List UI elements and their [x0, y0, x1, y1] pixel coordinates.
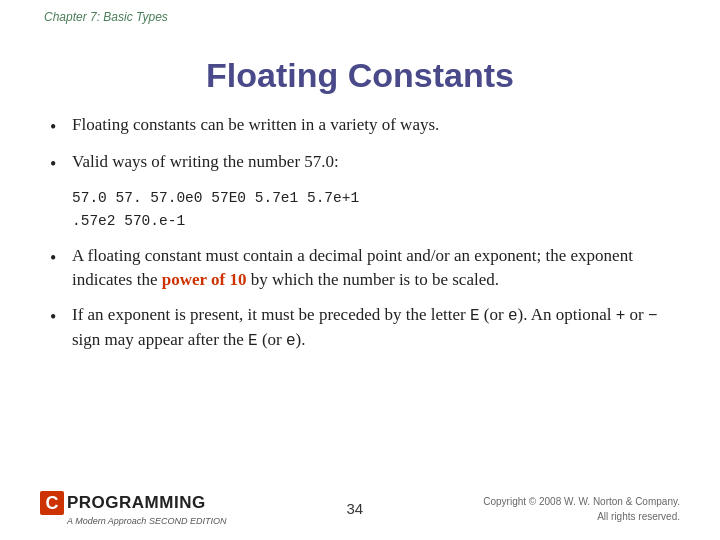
logo-subtitle: A Modern Approach SECOND EDITION: [67, 516, 226, 526]
code-E2: E: [248, 332, 258, 350]
footer: C PROGRAMMING A Modern Approach SECOND E…: [0, 491, 720, 526]
bullet-item-1: • Floating constants can be written in a…: [50, 113, 670, 140]
logo-top: C PROGRAMMING: [40, 491, 206, 515]
code-e2: e: [286, 332, 296, 350]
page-number: 34: [335, 500, 375, 517]
bullet-dot-2: •: [50, 150, 72, 177]
code-plus: +: [616, 307, 626, 325]
bullet-text-1: Floating constants can be written in a v…: [72, 113, 670, 138]
copyright-line-2: All rights reserved.: [483, 509, 680, 524]
bullet-item-3: • A floating constant must contain a dec…: [50, 244, 670, 293]
content-area: • Floating constants can be written in a…: [0, 113, 720, 353]
code-line-2: .57e2 570.e-1: [72, 210, 670, 233]
bullet-dot-3: •: [50, 244, 72, 271]
bullet-text-4: If an exponent is present, it must be pr…: [72, 303, 670, 353]
bullet-text-3: A floating constant must contain a decim…: [72, 244, 670, 293]
logo-programming-text: PROGRAMMING: [67, 493, 206, 513]
bullet3-text-after: by which the number is to be scaled.: [246, 270, 499, 289]
bullet-dot-4: •: [50, 303, 72, 330]
code-line-1: 57.0 57. 57.0e0 57E0 5.7e1 5.7e+1: [72, 187, 670, 210]
code-E: E: [470, 307, 480, 325]
code-minus: −: [648, 307, 658, 325]
bullet-text-2: Valid ways of writing the number 57.0:: [72, 150, 670, 175]
footer-copyright: Copyright © 2008 W. W. Norton & Company.…: [483, 494, 680, 524]
logo-c-badge: C: [40, 491, 64, 515]
copyright-line-1: Copyright © 2008 W. W. Norton & Company.: [483, 494, 680, 509]
footer-logo: C PROGRAMMING A Modern Approach SECOND E…: [40, 491, 226, 526]
code-block: 57.0 57. 57.0e0 57E0 5.7e1 5.7e+1 .57e2 …: [72, 187, 670, 233]
chapter-label: Chapter 7: Basic Types: [44, 10, 168, 24]
bullet-item-2: • Valid ways of writing the number 57.0:: [50, 150, 670, 177]
code-e: e: [508, 307, 518, 325]
bullet3-highlight: power of 10: [162, 270, 247, 289]
bullet-dot-1: •: [50, 113, 72, 140]
bullet-item-4: • If an exponent is present, it must be …: [50, 303, 670, 353]
